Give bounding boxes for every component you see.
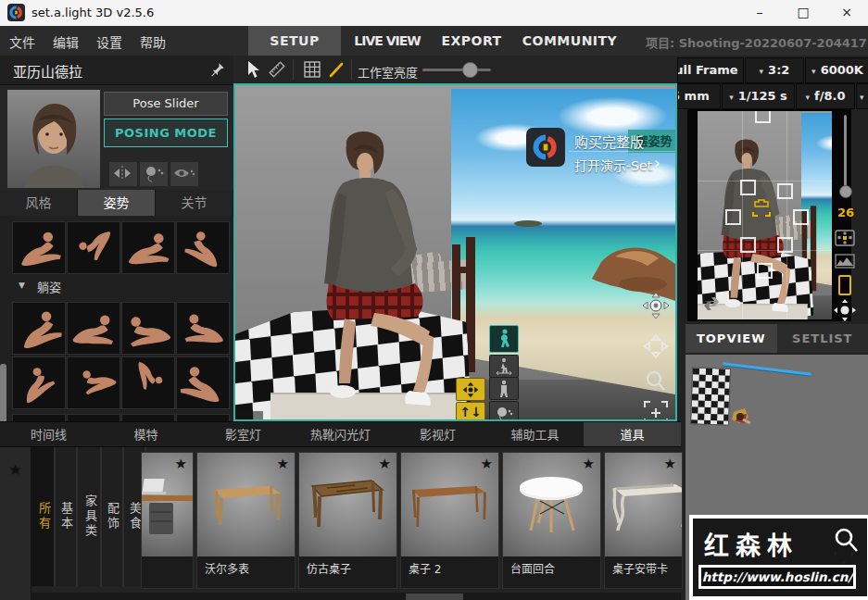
camera-dpad-icon[interactable] xyxy=(833,298,857,322)
pose-scrollbar[interactable] xyxy=(0,364,6,421)
pose-thumbnail[interactable] xyxy=(121,302,175,355)
posing-mode-button[interactable]: POSING MODE xyxy=(104,119,228,147)
promo-demo-link[interactable]: 打开演示-Set xyxy=(574,156,652,174)
aperture-select[interactable]: ▾f/8.0 xyxy=(796,83,855,109)
walk-move-button[interactable] xyxy=(489,355,519,378)
maximize-button[interactable]: □ xyxy=(787,0,819,25)
category-furniture[interactable]: 家具类 xyxy=(78,447,102,586)
category-basic[interactable]: 基本 xyxy=(56,447,78,586)
iso-select[interactable]: ▾ xyxy=(856,83,868,109)
prop-item[interactable]: ★ 桌子 2 xyxy=(400,452,499,589)
pose-thumbnail[interactable] xyxy=(12,302,66,355)
prop-favorite-star[interactable]: ★ xyxy=(175,456,187,472)
camera-preview[interactable]: 26 xyxy=(687,109,851,321)
category-all[interactable]: 所有 xyxy=(31,447,56,586)
tab-timeline[interactable]: 时间线 xyxy=(0,422,97,447)
topview-model[interactable] xyxy=(724,403,758,436)
prop-item[interactable]: ★ 仿古桌子 xyxy=(298,452,397,589)
props-scrollbar-handle[interactable] xyxy=(406,594,463,600)
pose-thumbnail[interactable] xyxy=(121,356,175,409)
pose-mode-button[interactable] xyxy=(489,325,519,353)
tab-setlist[interactable]: SETLIST xyxy=(777,324,868,353)
brightness-slider-track[interactable] xyxy=(422,69,491,71)
model-avatar[interactable] xyxy=(7,90,100,188)
histogram-icon[interactable] xyxy=(835,254,855,269)
shutter-select[interactable]: ▾1/125 s xyxy=(722,83,795,109)
tab-studio-lights[interactable]: 影室灯 xyxy=(195,422,292,447)
orbit-camera-control[interactable] xyxy=(641,291,671,320)
pose-thumbnail[interactable] xyxy=(67,302,120,355)
pose-thumbnail[interactable] xyxy=(12,221,66,274)
brightness-slider-handle[interactable] xyxy=(462,62,478,78)
tab-tools[interactable]: 辅助工具 xyxy=(486,422,584,447)
prop-favorite-star[interactable]: ★ xyxy=(481,456,493,472)
pose-thumbnail[interactable] xyxy=(67,221,120,274)
category-accessories[interactable]: 配饰 xyxy=(102,447,124,586)
prop-item[interactable]: ★ 桌子安带卡 xyxy=(604,452,683,589)
head-rotate-button[interactable] xyxy=(139,161,169,187)
swap-view-icon[interactable] xyxy=(701,296,722,311)
tab-props[interactable]: 道具 xyxy=(584,422,681,447)
pose-thumbnail[interactable] xyxy=(176,302,230,355)
focus-frame-icon[interactable] xyxy=(641,398,671,421)
minimize-button[interactable]: – xyxy=(744,0,775,25)
pose-thumbnail[interactable] xyxy=(67,356,120,409)
pose-slider-button[interactable]: Pose Slider xyxy=(104,92,228,116)
pose-thumbnail[interactable] xyxy=(121,414,175,421)
tab-topview[interactable]: TOPVIEW xyxy=(686,324,777,353)
prop-favorite-star[interactable]: ★ xyxy=(664,456,676,472)
pose-section-lying[interactable]: ▼ 躺姿 xyxy=(0,277,233,299)
zoom-slider-handle[interactable] xyxy=(839,185,852,198)
prop-favorite-star[interactable]: ★ xyxy=(277,456,289,472)
tab-models[interactable]: 模特 xyxy=(97,422,195,447)
tab-pose[interactable]: 姿势 xyxy=(78,190,156,216)
draw-tool-icon[interactable] xyxy=(326,59,346,80)
ruler-tool-icon[interactable] xyxy=(267,59,287,80)
raise-lower-button[interactable]: ↑↓ xyxy=(456,402,485,421)
tab-video-lights[interactable]: 影视灯 xyxy=(389,422,486,447)
grid-tool-icon[interactable] xyxy=(302,59,322,80)
prop-favorite-star[interactable]: ★ xyxy=(583,456,595,472)
pose-thumbnail[interactable] xyxy=(176,414,230,421)
tab-setup[interactable]: SETUP xyxy=(248,26,341,56)
collapse-panel-button[interactable]: « xyxy=(237,411,263,421)
prop-favorite-star[interactable]: ★ xyxy=(379,456,391,472)
zoom-icon[interactable] xyxy=(641,369,671,393)
eye-direction-button[interactable] xyxy=(170,161,199,187)
props-scrollbar-track[interactable] xyxy=(31,593,681,600)
pose-thumbnail[interactable] xyxy=(121,221,175,274)
promo-buy-link[interactable]: 购买完整版 xyxy=(574,131,644,151)
focus-points-icon[interactable] xyxy=(835,230,855,246)
tab-speedlights[interactable]: 热靴闪光灯 xyxy=(292,422,389,447)
tab-joints[interactable]: 关节 xyxy=(156,190,233,216)
favorites-star-icon[interactable]: ★ xyxy=(8,460,22,479)
orientation-icon[interactable] xyxy=(837,274,853,296)
pose-thumbnail[interactable] xyxy=(176,356,230,409)
menu-file[interactable]: 文件 xyxy=(9,32,35,51)
aspect-select[interactable]: ▾3:2 xyxy=(745,57,804,83)
white-balance-select[interactable]: ▾6000K xyxy=(805,57,868,83)
pan-view-control[interactable] xyxy=(641,331,671,361)
sensor-select[interactable]: Full Frame xyxy=(677,57,744,83)
zoom-slider-track[interactable] xyxy=(844,115,847,189)
focal-length-select[interactable]: 35 mm xyxy=(677,83,721,109)
prop-item[interactable]: ★ 沃尔多表 xyxy=(196,452,296,589)
pose-thumbnail[interactable] xyxy=(67,414,120,421)
move-model-button[interactable] xyxy=(456,378,485,401)
tab-live-view[interactable]: LIVE VIEW xyxy=(345,26,430,56)
scene-3d-view[interactable]: 摆姿势 购买完整版 打开演示-Set › ↑↓ xyxy=(233,83,677,421)
menu-help[interactable]: 帮助 xyxy=(140,32,166,51)
menu-edit[interactable]: 编辑 xyxy=(53,32,79,51)
head-pose-button[interactable] xyxy=(489,401,519,421)
menu-settings[interactable]: 设置 xyxy=(96,32,122,51)
mirror-pose-button[interactable] xyxy=(108,161,138,187)
section-collapse-icon[interactable]: ▼ xyxy=(19,281,25,290)
pose-thumbnail[interactable] xyxy=(12,356,66,409)
body-pose-button[interactable] xyxy=(489,377,519,400)
pin-icon[interactable] xyxy=(209,61,226,78)
tab-export[interactable]: EXPORT xyxy=(435,26,508,56)
tab-community[interactable]: COMMUNITY xyxy=(519,26,621,56)
prop-item[interactable]: ★ xyxy=(141,452,194,589)
chevron-right-icon[interactable]: › xyxy=(654,154,660,172)
close-button[interactable]: × xyxy=(831,0,862,25)
